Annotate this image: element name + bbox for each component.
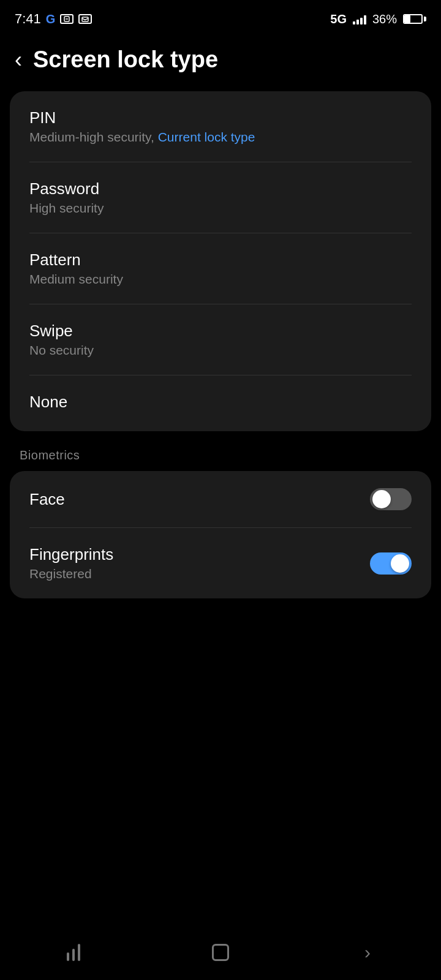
home-icon <box>212 944 229 961</box>
face-toggle-knob <box>372 490 391 508</box>
pattern-title: Pattern <box>29 251 412 270</box>
password-title: Password <box>29 179 412 198</box>
page-header: ‹ Screen lock type <box>0 34 441 91</box>
notification-icon-2 <box>78 14 92 24</box>
lock-option-swipe[interactable]: Swipe No security <box>10 304 431 375</box>
google-icon: G <box>46 12 56 26</box>
lock-option-pattern[interactable]: Pattern Medium security <box>10 233 431 304</box>
lock-options-card: PIN Medium-high security, Current lock t… <box>10 91 431 431</box>
fingerprints-item-left: Fingerprints Registered <box>29 545 113 581</box>
battery-icon <box>403 14 426 24</box>
battery-percent: 36% <box>372 12 397 26</box>
lock-option-none[interactable]: None <box>10 375 431 431</box>
recent-icon <box>67 944 80 961</box>
fingerprints-toggle[interactable] <box>370 552 412 575</box>
fingerprints-title: Fingerprints <box>29 545 113 564</box>
biometrics-section-label: Biometrics <box>0 431 441 471</box>
nav-bar: › <box>0 931 441 980</box>
swipe-subtitle: No security <box>29 343 412 358</box>
page-title: Screen lock type <box>33 47 218 73</box>
lock-option-password[interactable]: Password High security <box>10 162 431 233</box>
signal-bars <box>353 13 366 24</box>
pin-subtitle: Medium-high security, Current lock type <box>29 130 412 145</box>
recent-apps-button[interactable] <box>49 937 98 968</box>
status-bar: 7:41 G 5G 36% <box>0 0 441 34</box>
notification-icon-1 <box>60 14 74 24</box>
back-button[interactable]: ‹ <box>15 49 22 71</box>
fingerprints-subtitle: Registered <box>29 567 113 581</box>
biometric-fingerprints-item[interactable]: Fingerprints Registered <box>10 528 431 598</box>
swipe-title: Swipe <box>29 322 412 341</box>
status-right: 5G 36% <box>330 12 426 26</box>
face-title: Face <box>29 490 65 509</box>
pattern-subtitle: Medium security <box>29 272 412 287</box>
none-title: None <box>29 393 412 412</box>
biometric-face-item[interactable]: Face <box>10 471 431 527</box>
face-item-left: Face <box>29 490 65 509</box>
biometrics-card: Face Fingerprints Registered <box>10 471 431 598</box>
fingerprints-toggle-knob <box>391 554 409 573</box>
network-type: 5G <box>330 12 347 26</box>
time-display: 7:41 <box>15 11 41 27</box>
back-nav-button[interactable]: › <box>343 937 392 968</box>
back-nav-icon: › <box>364 943 371 962</box>
home-button[interactable] <box>196 937 245 968</box>
lock-option-pin[interactable]: PIN Medium-high security, Current lock t… <box>10 91 431 162</box>
face-toggle[interactable] <box>370 488 412 510</box>
password-subtitle: High security <box>29 201 412 216</box>
current-lock-label: Current lock type <box>158 130 255 144</box>
pin-title: PIN <box>29 108 412 127</box>
status-left: 7:41 G <box>15 11 92 27</box>
